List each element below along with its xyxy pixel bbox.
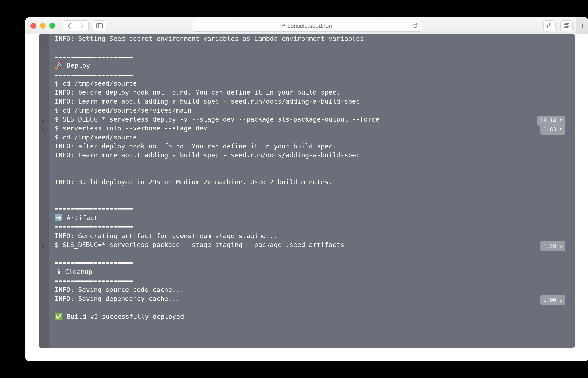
log-text: ==================== [55,259,133,267]
log-line: ▶$ serverless info --verbose --stage dev… [51,124,568,133]
window-zoom-button[interactable] [49,23,55,29]
log-line [51,249,568,258]
log-text: $ SLS_DEBUG=* serverless deploy -v --sta… [55,115,379,123]
window-close-button[interactable] [30,23,36,29]
log-line [51,160,568,169]
reload-button[interactable] [412,23,418,28]
build-log-terminal: ▶INFO: Setting Seed secret environment v… [39,34,575,348]
log-text: $ cd /tmp/seed/source/services/main [55,107,192,114]
log-text: $ cd /tmp/seed/source [55,133,137,141]
log-text: INFO: Saving source code cache... [55,286,184,294]
lock-icon [282,23,286,28]
log-line: ==================== [51,52,568,61]
log-lines: ▶INFO: Setting Seed secret environment v… [39,34,575,335]
log-line: INFO: Generating artifact for downstream… [51,231,568,240]
log-text: ==================== [55,71,133,78]
safari-window: console.seed.run + ▶INFO: Setting Seed s… [25,17,588,361]
log-line: ==================== [51,258,568,267]
log-text: $ cd /tmp/seed/source [55,80,137,87]
log-line: $ cd /tmp/seed/source/services/main [51,106,568,115]
svg-rect-5 [564,25,568,27]
log-line: INFO: after_deploy hook not found. You c… [51,142,568,151]
log-text: 🚀 Deploy [55,62,90,69]
log-text: ==================== [55,223,133,231]
window-minimize-button[interactable] [40,23,46,29]
toolbar-right [543,20,573,31]
log-line: INFO: before_deploy hook not found. You … [51,88,568,97]
log-text: INFO: Build deployed in 29s on Medium 2x… [55,178,333,186]
log-text: INFO: Setting Seed secret environment va… [55,35,364,42]
log-line [51,303,568,312]
expand-caret-icon[interactable]: ▶ [42,35,45,44]
log-line: ==================== [51,222,568,231]
log-text: ==================== [55,277,133,284]
log-text: INFO: Learn more about adding a build sp… [55,97,360,105]
log-line: INFO: Saving source code cache... [51,285,568,294]
back-button[interactable] [63,20,76,31]
log-text: ==================== [55,53,133,60]
log-line: INFO: Learn more about adding a build sp… [51,97,568,106]
log-line: INFO: Build deployed in 29s on Medium 2x… [51,177,568,187]
log-text: INFO: before_deploy hook not found. You … [55,89,340,96]
url-text: console.seed.run [287,22,332,29]
log-line: ==================== [51,204,568,214]
log-line [51,43,568,52]
log-line: $ cd /tmp/seed/source [51,133,568,142]
svg-rect-0 [96,24,103,28]
log-line: ✅ Build v5 successfully deployed! [51,312,568,321]
log-text: 🗑 Cleanup [55,268,92,276]
log-text: $ serverless info --verbose --stage dev [55,124,207,132]
log-line: ➡️ Artifact [51,214,568,222]
log-text: ==================== [55,205,133,213]
share-button[interactable] [543,20,556,31]
expand-caret-icon[interactable]: ▶ [42,116,45,125]
log-text: INFO: Generating artifact for downstream… [55,232,278,240]
log-text: ➡️ Artifact [55,214,98,222]
log-line: 🚀 Deploy [51,61,568,70]
log-text: ✅ Build v5 successfully deployed! [55,313,188,320]
forward-button[interactable] [76,20,89,31]
window-controls [30,23,55,29]
log-text: INFO: after_deploy hook not found. You c… [55,142,336,150]
log-text: INFO: Learn more about adding a build sp… [55,151,360,159]
log-line: INFO: Learn more about adding a build sp… [51,151,568,160]
log-line [51,187,568,195]
log-line: ▶$ SLS_DEBUG=* serverless package --stag… [51,240,568,249]
log-line: INFO: Saving dependency cache...1.00 s [51,294,568,303]
page-viewport: ▶INFO: Setting Seed secret environment v… [25,34,588,361]
log-line [51,169,568,177]
log-text: INFO: Saving dependency cache... [55,295,180,302]
svg-rect-6 [565,24,569,27]
toolbar-left [63,20,106,31]
log-line: 🗑 Cleanup [51,267,568,276]
window-titlebar: console.seed.run + [25,17,588,34]
tabs-button[interactable] [561,20,573,31]
sidebar-toggle-button[interactable] [93,20,106,31]
log-line [51,195,568,204]
log-line: ▶$ SLS_DEBUG=* serverless deploy -v --st… [51,115,568,124]
log-line: ==================== [51,70,568,79]
log-line: $ cd /tmp/seed/source [51,79,568,88]
log-line: ▶INFO: Setting Seed secret environment v… [51,34,568,43]
new-tab-button[interactable]: + [576,17,588,34]
log-line: ==================== [51,276,568,285]
expand-caret-icon[interactable]: ▶ [42,125,45,134]
log-text: $ SLS_DEBUG=* serverless package --stage… [55,241,344,249]
expand-caret-icon[interactable]: ▶ [42,242,45,251]
address-bar[interactable]: console.seed.run [192,20,422,32]
svg-rect-2 [282,25,285,28]
